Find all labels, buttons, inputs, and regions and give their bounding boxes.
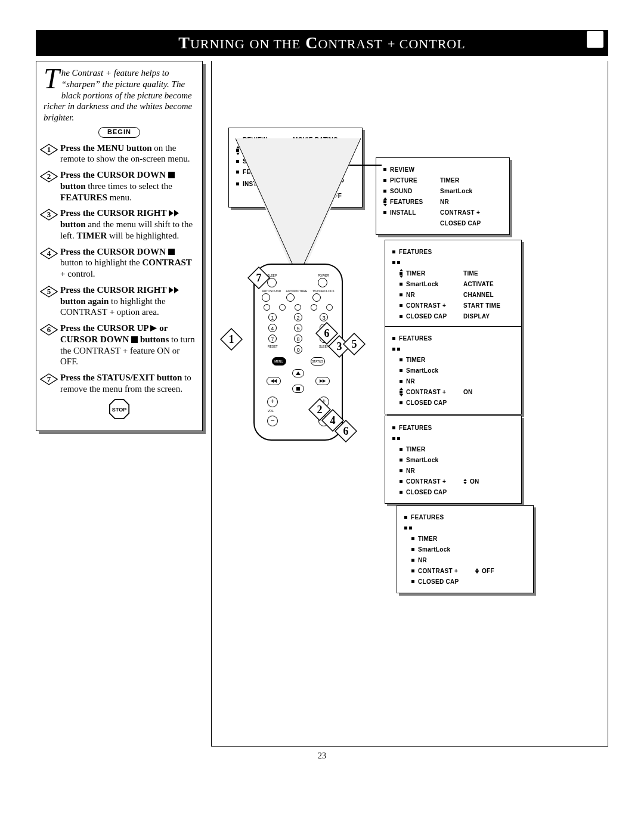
svg-marker-6 xyxy=(169,210,174,216)
step-number-3: 3 xyxy=(40,209,58,221)
step-2: 2Press the CURSOR DOWN button three time… xyxy=(44,169,195,203)
svg-text:STOP: STOP xyxy=(112,406,126,412)
svg-text:7: 7 xyxy=(256,272,262,284)
step-1: 1Press the MENU button on the remote to … xyxy=(44,143,195,165)
page-number: 23 xyxy=(36,751,608,761)
svg-marker-24 xyxy=(296,371,301,375)
cursor-down-icon xyxy=(168,172,175,178)
svg-marker-25 xyxy=(274,379,277,383)
svg-text:5: 5 xyxy=(47,287,51,296)
svg-text:5: 5 xyxy=(352,338,357,350)
step-number-1: 1 xyxy=(40,144,58,156)
osd-menu-4: FEATURESTIMERSmartLockNRCONTRAST +ONCLOS… xyxy=(385,326,522,414)
step-number-2: 2 xyxy=(40,171,58,182)
svg-text:1: 1 xyxy=(47,145,51,154)
svg-marker-7 xyxy=(174,210,179,216)
begin-badge: BEGIN xyxy=(98,127,140,138)
osd-menu-5: FEATURESTIMERSmartLockNRCONTRAST + ONCLO… xyxy=(385,416,522,504)
svg-marker-28 xyxy=(323,379,326,383)
callout-7: 7 xyxy=(247,267,270,289)
callout-1: 1 xyxy=(220,328,243,351)
svg-marker-16 xyxy=(150,325,157,332)
step-7: 7Press the STATUS/EXIT button to remove … xyxy=(44,372,195,395)
step-number-5: 5 xyxy=(40,286,58,298)
svg-text:1: 1 xyxy=(229,333,234,345)
svg-text:2: 2 xyxy=(47,172,51,181)
cursor-right-icon xyxy=(169,287,179,293)
svg-text:6: 6 xyxy=(343,425,349,437)
svg-marker-21 xyxy=(236,138,361,264)
step-3: 3Press the CURSOR RIGHT button and the m… xyxy=(44,208,195,241)
svg-marker-26 xyxy=(271,379,274,383)
svg-text:3: 3 xyxy=(47,210,51,219)
svg-text:4: 4 xyxy=(47,249,51,258)
instructions-panel: The Contrast + feature helps to “sharpen… xyxy=(36,61,203,431)
diagram-panel: REVIEWMOVIE RATINGPICTURE– – – – – –SOUN… xyxy=(211,61,608,747)
cursor-up-icon xyxy=(150,325,157,332)
step-number-4: 4 xyxy=(40,247,58,259)
step-number-6: 6 xyxy=(40,324,58,336)
step-5: 5Press the CURSOR RIGHT button again to … xyxy=(44,284,195,318)
cursor-down-icon xyxy=(131,336,138,343)
svg-marker-27 xyxy=(320,379,323,383)
osd-menu-2: REVIEWPICTURETIMERSOUNDSmartLockFEATURES… xyxy=(376,157,510,235)
intro-text: The Contrast + feature helps to “sharpen… xyxy=(44,67,195,123)
callout-6b: 6 xyxy=(335,420,357,442)
svg-text:7: 7 xyxy=(47,374,51,383)
svg-rect-29 xyxy=(296,387,300,391)
stop-badge: STOP xyxy=(109,398,130,420)
step-6: 6Press the CURSOR UP or CURSOR DOWN butt… xyxy=(44,323,195,367)
svg-marker-13 xyxy=(174,287,179,293)
svg-text:3: 3 xyxy=(337,340,342,352)
callout-5: 5 xyxy=(343,333,366,355)
osd-menu-6: FEATURESTIMERSmartLockNRCONTRAST + OFFCL… xyxy=(397,505,534,593)
page-icon xyxy=(587,31,603,48)
svg-marker-12 xyxy=(169,287,174,293)
svg-text:6: 6 xyxy=(47,325,51,334)
cursor-right-icon xyxy=(169,210,179,216)
osd-menu-3: FEATURESTIMERTIMESmartLockACTIVATENRCHAN… xyxy=(385,240,522,328)
step-4: 4Press the CURSOR DOWN button to highlig… xyxy=(44,246,195,280)
ir-beam xyxy=(236,138,361,264)
cursor-down-icon xyxy=(168,249,175,255)
step-number-7: 7 xyxy=(40,373,58,385)
page-title: TURNING ON THE CONTRAST + CONTROL xyxy=(36,30,608,56)
